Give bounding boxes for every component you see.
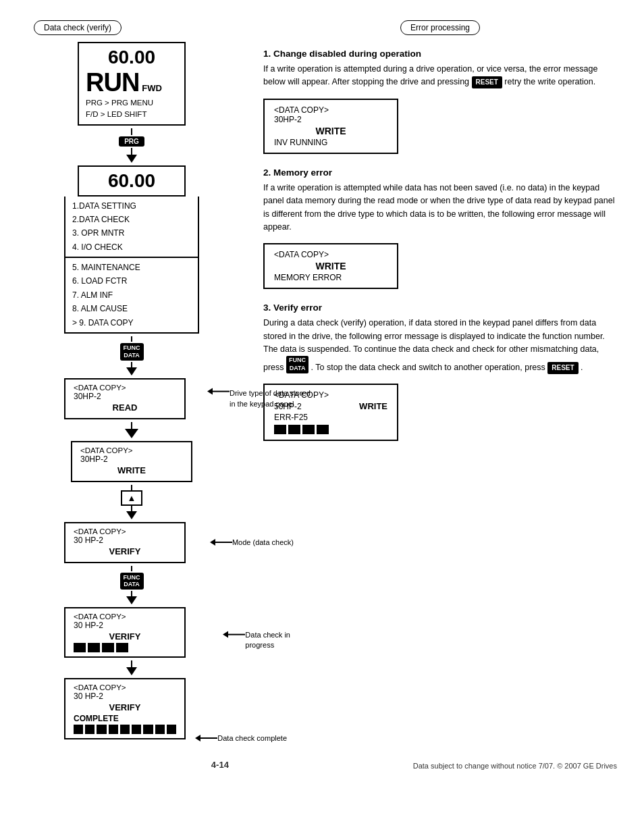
read-box-action: READ	[74, 402, 176, 413]
err1-status: INV RUNNING	[274, 138, 387, 147]
section-2: 2. Memory error If a write operation is …	[263, 167, 617, 290]
section-1: 1. Change disabled during operation If a…	[263, 49, 617, 154]
verify2-progress	[74, 643, 176, 652]
left-column: Data check (verify) 60.00 RUN FWD PRG > …	[27, 20, 236, 739]
page-container: Data check (verify) 60.00 RUN FWD PRG > …	[27, 20, 617, 739]
err1-label: <DATA COPY>	[274, 105, 387, 115]
read-box-label: <DATA COPY>	[74, 384, 176, 392]
verify-complete-action: VERIFY	[74, 702, 176, 712]
err2-status: MEMORY ERROR	[274, 273, 387, 282]
menu-item-4: 4. I/O CHECK	[72, 240, 191, 254]
fwd-label: FWD	[142, 83, 162, 93]
write-box-sub: 30HP-2	[80, 454, 183, 464]
read-box-sub: 30HP-2	[74, 392, 176, 401]
write-box-label: <DATA COPY>	[80, 446, 183, 454]
verify2-action: VERIFY	[74, 631, 176, 642]
read-annotation: Drive type of data stored in the keypad …	[230, 388, 317, 409]
verify1-sub: 30 HP-2	[74, 536, 176, 545]
error-box-1: <DATA COPY> 30HP-2 WRITE INV RUNNING	[263, 99, 398, 154]
verify-complete-box: <DATA COPY> 30 HP-2 VERIFY COMPLETE	[64, 678, 186, 739]
verify2-label: <DATA COPY>	[74, 613, 176, 621]
verify1-label: <DATA COPY>	[74, 527, 176, 536]
prg-menu-line: PRG > PRG MENU	[86, 97, 178, 109]
section-3-body: During a data check (verify) operation, …	[263, 317, 617, 374]
display-number-2: 60.00	[86, 170, 178, 192]
menu-box-1: 1.DATA SETTING 2.DATA CHECK 3. OPR MNTR …	[64, 197, 199, 259]
menu-item-9: > 9. DATA COPY	[72, 316, 191, 330]
error-processing-bubble: Error processing	[400, 20, 480, 35]
err3-progress	[274, 425, 387, 434]
menu-item-6: 6. LOAD FCTR	[72, 274, 191, 288]
func-data-badge-2: FUNCDATA	[120, 573, 144, 590]
led-shift-line: F/D > LED SHIFT	[86, 109, 178, 120]
verify2-sub: 30 HP-2	[74, 621, 176, 630]
write-data-copy-box: <DATA COPY> 30HP-2 WRITE	[71, 441, 192, 482]
read-data-copy-box: <DATA COPY> 30HP-2 READ	[64, 378, 186, 419]
page-number: 4-14	[211, 760, 229, 770]
error-box-2: <DATA COPY> WRITE MEMORY ERROR	[263, 243, 398, 289]
up-arrow-button[interactable]: ▲	[121, 490, 143, 506]
second-display-box: 60.00	[78, 165, 186, 197]
err2-label: <DATA COPY>	[274, 250, 387, 259]
menu-box-2: 5. MAINTENANCE 6. LOAD FCTR 7. ALM INF 8…	[64, 258, 199, 334]
right-column: Error processing 1. Change disabled duri…	[263, 20, 617, 739]
write-box-action: WRITE	[80, 465, 183, 475]
menu-item-5: 5. MAINTENANCE	[72, 261, 191, 274]
section-2-title: 2. Memory error	[263, 167, 617, 178]
err2-action: WRITE	[274, 261, 387, 271]
prg-badge: PRG	[119, 136, 144, 147]
func-data-badge-1: FUNCDATA	[120, 343, 144, 361]
section-2-body: If a write operation is attempted while …	[263, 182, 617, 234]
display-number-1: 60.00	[86, 47, 178, 68]
func-data-badge-inline: FUNCDATA	[286, 356, 308, 373]
verify-complete-label: <DATA COPY>	[74, 683, 176, 692]
reset-badge-2: RESET	[547, 362, 578, 374]
err1-sub: 30HP-2	[274, 115, 387, 124]
verify1-annotation: Mode (data check)	[232, 538, 294, 546]
run-sub-lines: PRG > PRG MENU F/D > LED SHIFT	[86, 97, 178, 121]
section-3-title: 3. Verify error	[263, 303, 617, 313]
verify-complete-status: COMPLETE	[74, 714, 176, 723]
err3-status: ERR-F25	[274, 413, 387, 422]
menu-item-2: 2.DATA CHECK	[72, 213, 191, 226]
verify1-action: VERIFY	[74, 546, 176, 556]
data-check-bubble: Data check (verify)	[34, 20, 122, 35]
footer-notice: Data subject to change without notice 7/…	[413, 762, 617, 770]
section-3: 3. Verify error During a data check (ver…	[263, 303, 617, 441]
menu-item-3: 3. OPR MNTR	[72, 226, 191, 240]
run-label: RUN	[86, 68, 139, 97]
verify-complete-annotation: Data check complete	[217, 734, 287, 742]
verify-box-1: <DATA COPY> 30 HP-2 VERIFY	[64, 522, 186, 563]
verify-complete-sub: 30 HP-2	[74, 692, 176, 701]
menu-item-1: 1.DATA SETTING	[72, 199, 191, 213]
page-footer: 4-14 Data subject to change without noti…	[27, 760, 617, 770]
section-1-title: 1. Change disabled during operation	[263, 49, 617, 59]
verify2-annotation: Data check inprogress	[245, 630, 290, 651]
reset-badge-1: RESET	[472, 76, 502, 88]
menu-item-7: 7. ALM INF	[72, 288, 191, 302]
verify-complete-progress	[74, 725, 176, 734]
err1-action: WRITE	[274, 126, 387, 136]
menu-item-8: 8. ALM CAUSE	[72, 302, 191, 315]
verify-box-2: <DATA COPY> 30 HP-2 VERIFY	[64, 607, 186, 658]
run-display-box: 60.00 RUN FWD PRG > PRG MENU F/D > LED S…	[78, 42, 186, 126]
err3-action: WRITE	[359, 401, 387, 411]
section-1-body: If a write operation is attempted during…	[263, 63, 617, 89]
